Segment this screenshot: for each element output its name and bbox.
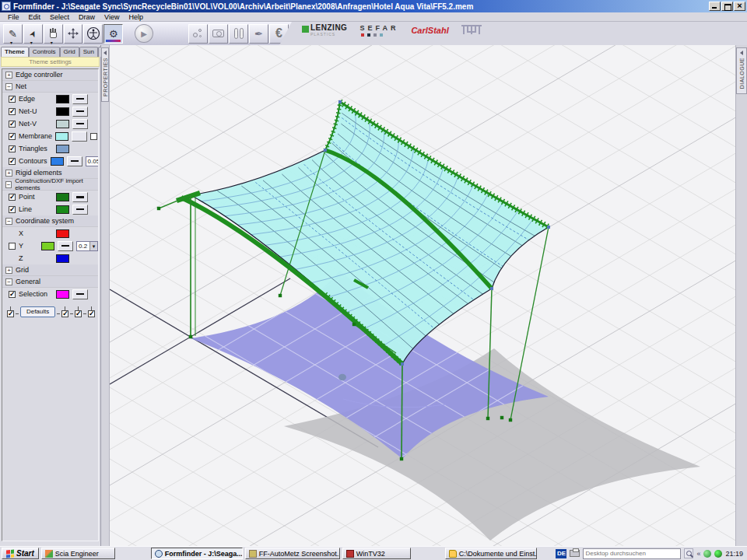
y-style-button[interactable] [58, 241, 73, 251]
net-v-checkbox[interactable] [9, 121, 16, 128]
defaults-checkbox-4[interactable] [88, 310, 95, 317]
columns-button[interactable] [229, 24, 248, 44]
menu-select[interactable]: Select [45, 13, 74, 21]
x-color-swatch[interactable] [56, 229, 69, 238]
transform-tool-button[interactable] [64, 24, 83, 44]
sefar-logo-dots [361, 33, 398, 37]
line-color-swatch[interactable] [56, 205, 69, 214]
taskbar-window-scia[interactable]: Scia Engineer [41, 548, 115, 559]
formfinder-man-button[interactable] [83, 24, 103, 44]
section-general[interactable]: − General [2, 276, 98, 288]
y-scale-dropdown[interactable]: 0.2 [76, 241, 98, 251]
contours-linestyle-button[interactable] [67, 156, 82, 166]
language-indicator[interactable]: DE [556, 549, 566, 558]
edge-color-swatch[interactable] [56, 95, 69, 103]
section-grid[interactable]: + Grid [2, 264, 98, 276]
minimize-button[interactable] [709, 2, 721, 11]
search-icon[interactable] [684, 548, 693, 558]
properties-tab[interactable]: PROPERTIES [101, 47, 109, 102]
net-v-color-swatch[interactable] [56, 120, 69, 128]
row-label: Contours [19, 157, 47, 165]
select-tool-button[interactable]: ➤ [23, 24, 43, 44]
collapse-icon[interactable]: − [5, 181, 12, 188]
selection-style-button[interactable] [72, 289, 88, 299]
section-coordinate-system[interactable]: − Coordinate system [2, 215, 98, 227]
expand-icon[interactable]: + [5, 72, 12, 79]
expand-icon[interactable]: + [5, 267, 12, 274]
collapse-icon[interactable]: − [5, 83, 12, 90]
tab-grid[interactable]: Grid [60, 47, 79, 57]
taskbar-window-autometz[interactable]: FF-AutoMetz Screenshot... [245, 548, 340, 559]
model-viewport[interactable] [110, 45, 735, 546]
particles-button[interactable] [188, 24, 208, 44]
taskbar-window-wintv[interactable]: WinTV32 [342, 548, 411, 559]
tray-expand-chevron[interactable] [696, 550, 700, 558]
triangles-checkbox[interactable] [9, 145, 16, 152]
net-u-checkbox[interactable] [9, 108, 16, 115]
start-button[interactable]: Start [2, 548, 39, 559]
selection-color-swatch[interactable] [56, 290, 69, 299]
y-color-swatch[interactable] [41, 242, 54, 250]
cost-button[interactable]: € [269, 24, 289, 44]
section-edge-controller[interactable]: + Edge controller [2, 69, 98, 81]
menu-edit[interactable]: Edit [24, 13, 46, 21]
point-style-button[interactable] [72, 192, 88, 202]
contours-color-swatch[interactable] [51, 157, 64, 166]
taskbar-window-formfinder[interactable]: Formfinder - J:\Seaga... [151, 548, 243, 559]
section-net[interactable]: − Net [2, 81, 98, 93]
edge-checkbox[interactable] [9, 96, 16, 103]
contours-step-dropdown[interactable]: 0.05 [86, 156, 99, 166]
line-style-button[interactable] [72, 205, 88, 215]
sketch-button[interactable]: ✒ [249, 24, 268, 44]
tab-controls[interactable]: Controls [29, 47, 60, 57]
line-checkbox[interactable] [9, 206, 16, 213]
maximize-button[interactable] [721, 2, 733, 11]
tab-theme[interactable]: Theme [1, 47, 29, 57]
desktop-search-input[interactable] [583, 548, 681, 559]
row-label: Edge [19, 95, 53, 103]
collapse-icon[interactable]: − [5, 218, 12, 225]
defaults-checkbox-1[interactable] [7, 310, 14, 317]
membrane-on-checkbox[interactable] [90, 133, 97, 140]
net-u-color-swatch[interactable] [56, 107, 69, 116]
triangles-color-swatch[interactable] [56, 145, 69, 153]
net-u-linestyle-button[interactable] [72, 107, 88, 117]
close-button[interactable] [734, 2, 745, 11]
pan-tool-button[interactable] [44, 24, 63, 44]
selection-checkbox[interactable] [9, 291, 16, 298]
membrane-checkbox[interactable] [9, 133, 16, 140]
collapse-icon[interactable]: − [5, 278, 12, 285]
menu-view[interactable]: View [100, 13, 124, 21]
printer-icon[interactable] [570, 550, 580, 557]
tray-icon-status[interactable] [714, 550, 722, 558]
sefar-logo-text: SEFAR [359, 25, 398, 32]
menu-file[interactable]: File [3, 13, 24, 21]
draw-tool-button[interactable]: ✎ [3, 24, 23, 44]
y-checkbox[interactable] [9, 243, 16, 250]
contours-checkbox[interactable] [9, 158, 16, 165]
camera-icon [212, 30, 224, 37]
menu-help[interactable]: Help [124, 13, 148, 21]
tab-sun[interactable]: Sun [79, 47, 98, 57]
dialogue-tab[interactable]: DIALOGUE [736, 47, 747, 94]
z-color-swatch[interactable] [56, 254, 69, 263]
theme-settings-button[interactable]: ⚙ [103, 24, 123, 44]
membrane-color-swatch[interactable] [55, 132, 68, 141]
section-construction[interactable]: − Construction/DXF import elements [2, 179, 98, 191]
expand-icon[interactable]: + [5, 170, 12, 177]
snapshot-button[interactable] [209, 24, 228, 44]
system-tray: DE 21:19 [556, 548, 745, 559]
play-button[interactable]: ▶ [135, 24, 153, 43]
point-color-swatch[interactable] [56, 193, 69, 201]
taskbar-window-dokumente[interactable]: C:\Dokumente und Einst... [445, 548, 537, 559]
edge-linestyle-button[interactable] [72, 94, 88, 104]
defaults-button[interactable]: Defaults [20, 306, 55, 317]
net-v-linestyle-button[interactable] [72, 119, 88, 129]
point-checkbox[interactable] [9, 194, 16, 201]
row-label: Selection [19, 290, 53, 298]
tray-icon-sync[interactable] [703, 550, 711, 558]
membrane-style-button[interactable] [72, 131, 87, 142]
menu-draw[interactable]: Draw [74, 13, 100, 21]
defaults-checkbox-2[interactable] [61, 310, 68, 317]
defaults-checkbox-3[interactable] [75, 310, 82, 317]
